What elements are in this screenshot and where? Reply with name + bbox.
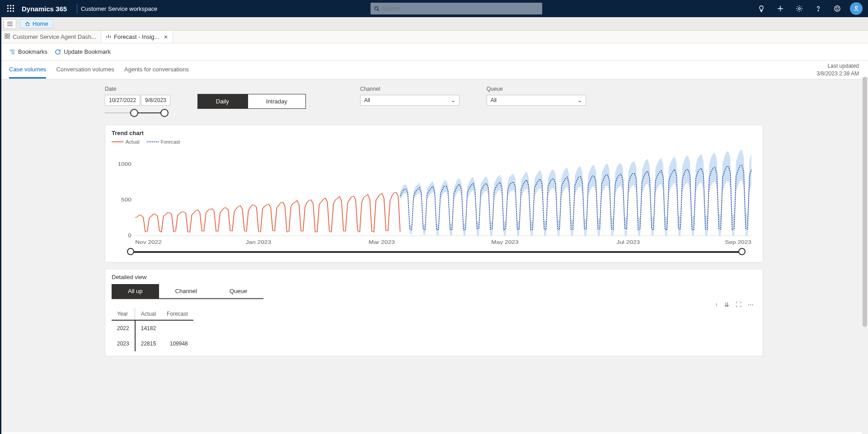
command-bar: Bookmarks Update Bookmark [0, 43, 868, 61]
search-input[interactable] [382, 5, 539, 12]
svg-point-17 [838, 8, 838, 8]
legend-actual-label: Actual [126, 139, 140, 145]
trend-chart-card: Trend chart Actual Forecast 05001000Nov … [105, 125, 763, 262]
avatar[interactable] [850, 2, 863, 15]
table-toolbar: ↑ ⇊ ⛶ ⋯ [112, 299, 756, 310]
svg-point-14 [818, 10, 819, 11]
update-bookmark-button[interactable]: Update Bookmark [55, 48, 111, 55]
svg-text:Mar 2023: Mar 2023 [369, 240, 395, 245]
svg-rect-1 [10, 5, 11, 6]
top-nav: Dynamics 365 Customer Service workspace [0, 0, 868, 17]
gear-icon[interactable] [793, 2, 806, 15]
svg-rect-0 [7, 5, 9, 6]
granularity-toggle: Daily Intraday [197, 86, 306, 109]
breadcrumb-bar: Home [0, 17, 868, 31]
svg-line-10 [377, 9, 379, 11]
svg-point-9 [375, 7, 378, 10]
data-table: Year Actual Forecast 2022 14182 2023 228… [112, 308, 193, 351]
chart-zoom-slider[interactable] [129, 247, 744, 257]
session-tab-agent-dashboard[interactable]: Customer Service Agent Dash... [0, 31, 101, 43]
tab-conversation-volumes[interactable]: Conversation volumes [56, 61, 114, 79]
cell-forecast [161, 320, 193, 336]
filters-row: Date 10/27/2022 9/8/2023 Daily Intraday … [0, 79, 868, 125]
cell-actual: 22815 [135, 336, 161, 351]
svg-rect-6 [7, 10, 9, 12]
channel-dropdown[interactable]: All ⌄ [360, 95, 460, 106]
col-year[interactable]: Year [112, 308, 135, 320]
svg-rect-23 [8, 34, 9, 36]
content-area: Date 10/27/2022 9/8/2023 Daily Intraday … [0, 79, 868, 432]
detailed-title: Detailed view [112, 274, 756, 280]
last-updated: Last updated 3/8/2023 2:38 AM [816, 62, 859, 77]
lightbulb-icon[interactable] [755, 2, 768, 15]
chevron-down-icon: ⌄ [577, 97, 582, 103]
intraday-button[interactable]: Intraday [248, 94, 306, 109]
svg-text:Nov 2022: Nov 2022 [135, 240, 162, 245]
legend-forecast[interactable]: Forecast [147, 139, 180, 145]
report-header: Case volumes Conversation volumes Agents… [0, 61, 868, 79]
legend-forecast-swatch [147, 141, 159, 142]
svg-text:0: 0 [128, 233, 131, 238]
zoom-track [129, 251, 744, 253]
legend-actual[interactable]: Actual [112, 139, 140, 145]
legend-actual-swatch [112, 141, 123, 142]
zoom-handle-start[interactable] [127, 248, 134, 255]
scrollbar[interactable] [862, 77, 868, 432]
svg-text:Sep 2023: Sep 2023 [725, 240, 751, 245]
svg-text:500: 500 [121, 197, 131, 203]
slider-handle-start[interactable] [130, 109, 138, 117]
date-filter: Date 10/27/2022 9/8/2023 [105, 86, 170, 118]
svg-rect-8 [13, 10, 14, 12]
svg-rect-25 [8, 37, 9, 38]
zoom-handle-end[interactable] [738, 248, 746, 255]
emoji-icon[interactable] [831, 2, 844, 15]
bookmarks-button[interactable]: Bookmarks [9, 48, 47, 55]
dashboard-icon [5, 33, 10, 40]
report-tabs: Case volumes Conversation volumes Agents… [9, 61, 189, 79]
date-to-input[interactable]: 9/8/2023 [141, 95, 170, 106]
site-map-button[interactable] [4, 19, 16, 29]
focus-mode-icon[interactable]: ⛶ [736, 301, 741, 308]
tab-case-volumes[interactable]: Case volumes [9, 61, 46, 79]
date-from-input[interactable]: 10/27/2022 [105, 95, 140, 106]
divider [77, 4, 77, 13]
queue-dropdown[interactable]: All ⌄ [487, 95, 586, 106]
session-tabs: Customer Service Agent Dash... Forecast … [0, 31, 868, 43]
drill-up-icon[interactable]: ↑ [715, 301, 718, 308]
app-launcher-icon[interactable] [3, 5, 19, 12]
date-range-slider[interactable] [105, 107, 168, 118]
close-icon[interactable]: ✕ [164, 34, 168, 40]
trend-chart[interactable]: 05001000Nov 2022Jan 2023Mar 2023May 2023… [112, 147, 756, 247]
tab-agents-conversations[interactable]: Agents for conversations [124, 61, 189, 79]
detail-tab-channel[interactable]: Channel [159, 284, 213, 299]
svg-point-13 [798, 8, 800, 9]
brand-name: Dynamics 365 [22, 5, 67, 13]
home-breadcrumb[interactable]: Home [20, 19, 53, 28]
session-tab-forecast[interactable]: Forecast - Insig... ✕ [101, 31, 173, 43]
channel-value: All [364, 97, 370, 103]
legend-forecast-label: Forecast [161, 139, 180, 145]
svg-text:Jan 2023: Jan 2023 [246, 240, 272, 245]
cell-year: 2022 [112, 320, 135, 336]
table-row[interactable]: 2023 22815 109948 [112, 336, 193, 351]
col-actual[interactable]: Actual [135, 308, 161, 320]
svg-rect-4 [10, 8, 11, 9]
channel-filter: Channel All ⌄ [360, 86, 460, 106]
bookmarks-label: Bookmarks [18, 48, 47, 55]
daily-button[interactable]: Daily [197, 94, 248, 109]
detail-tab-queue[interactable]: Queue [213, 284, 263, 299]
col-forecast[interactable]: Forecast [161, 308, 193, 320]
cell-forecast: 109948 [161, 336, 193, 351]
table-row[interactable]: 2022 14182 [112, 320, 193, 336]
search-box[interactable] [371, 3, 542, 14]
detail-tab-allup[interactable]: All up [112, 284, 159, 299]
more-options-icon[interactable]: ⋯ [748, 301, 754, 308]
topbar-actions [755, 2, 863, 15]
help-icon[interactable] [812, 2, 825, 15]
scrollbar-thumb[interactable] [863, 77, 867, 327]
slider-handle-end[interactable] [160, 109, 169, 117]
trend-legend: Actual Forecast [112, 139, 756, 145]
plus-icon[interactable] [774, 2, 787, 15]
session-tab-label: Forecast - Insig... [114, 33, 159, 40]
drill-down-icon[interactable]: ⇊ [724, 301, 729, 308]
